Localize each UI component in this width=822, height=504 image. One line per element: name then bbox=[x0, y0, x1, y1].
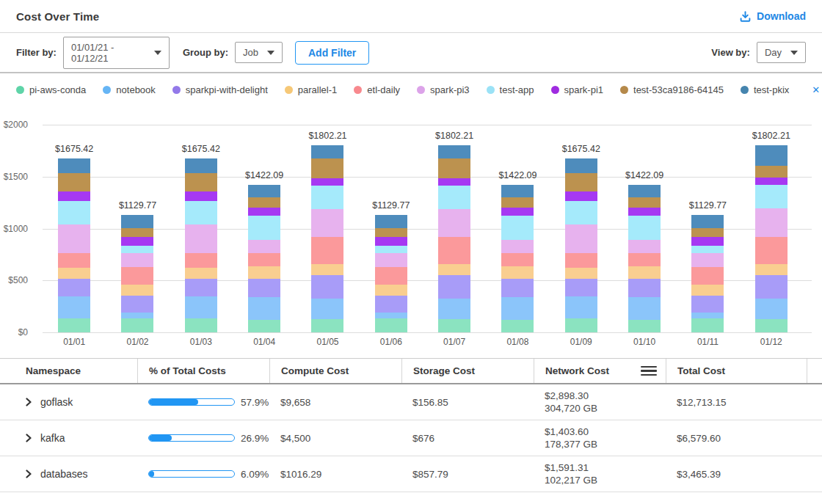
bar-segment-parallel-1[interactable] bbox=[248, 266, 280, 279]
bar-segment-spark-pi3[interactable] bbox=[438, 209, 470, 236]
legend-item[interactable]: parallel-1 bbox=[285, 84, 337, 95]
bar-segment-pi-aws-conda[interactable] bbox=[438, 319, 470, 332]
bar-segment-spark-pi3[interactable] bbox=[185, 224, 217, 253]
bar-segment-test-53ca9186-64145[interactable] bbox=[248, 197, 280, 208]
bar-segment-spark-pi3[interactable] bbox=[58, 224, 90, 253]
expand-row-chevron-icon[interactable] bbox=[24, 398, 33, 406]
bar-segment-pi-aws-conda[interactable] bbox=[691, 318, 724, 333]
bar-segment-sparkpi-with-delight[interactable] bbox=[121, 296, 153, 313]
bar-segment-etl-daily[interactable] bbox=[185, 253, 217, 267]
bar-segment-test-pkix[interactable] bbox=[121, 215, 153, 228]
bar-segment-sparkpi-with-delight[interactable] bbox=[565, 279, 597, 296]
bar-segment-parallel-1[interactable] bbox=[691, 285, 724, 296]
bar-segment-test-53ca9186-64145[interactable] bbox=[438, 158, 470, 178]
bar-segment-sparkpi-with-delight[interactable] bbox=[755, 275, 788, 299]
bar-segment-pi-aws-conda[interactable] bbox=[121, 318, 153, 333]
expand-row-chevron-icon[interactable] bbox=[24, 434, 33, 442]
bar-segment-notebook[interactable] bbox=[185, 296, 217, 318]
bar-segment-spark-pi1[interactable] bbox=[755, 178, 788, 185]
bar-segment-test-pkix[interactable] bbox=[311, 145, 343, 158]
bar-segment-etl-daily[interactable] bbox=[311, 237, 343, 264]
stacked-bar[interactable] bbox=[501, 185, 534, 332]
bar-segment-sparkpi-with-delight[interactable] bbox=[58, 279, 90, 296]
bar-segment-test-pkix[interactable] bbox=[375, 215, 407, 228]
deselect-all-button[interactable]: ✕ Deselect All bbox=[812, 84, 822, 95]
bar-segment-parallel-1[interactable] bbox=[375, 285, 407, 296]
bar-segment-test-53ca9186-64145[interactable] bbox=[691, 228, 724, 237]
bar-segment-parallel-1[interactable] bbox=[628, 266, 661, 279]
bar-segment-notebook[interactable] bbox=[375, 313, 407, 318]
bar-segment-spark-pi1[interactable] bbox=[185, 191, 217, 201]
bar-segment-test-app[interactable] bbox=[691, 246, 724, 253]
group-by-dropdown[interactable]: Job bbox=[235, 42, 283, 63]
bar-segment-parallel-1[interactable] bbox=[565, 268, 597, 280]
bar-segment-etl-daily[interactable] bbox=[565, 253, 597, 267]
bar-segment-test-pkix[interactable] bbox=[185, 158, 217, 173]
legend-item[interactable]: pi-aws-conda bbox=[16, 84, 86, 95]
bar-segment-test-pkix[interactable] bbox=[755, 145, 788, 166]
bar-segment-notebook[interactable] bbox=[628, 297, 661, 320]
legend-item[interactable]: test-53ca9186-64145 bbox=[620, 84, 724, 95]
bar-segment-parallel-1[interactable] bbox=[58, 268, 90, 280]
bar-segment-sparkpi-with-delight[interactable] bbox=[628, 279, 661, 297]
bar-segment-test-53ca9186-64145[interactable] bbox=[375, 228, 407, 237]
bar-segment-notebook[interactable] bbox=[311, 299, 343, 319]
bar-segment-notebook[interactable] bbox=[501, 297, 534, 320]
bar-segment-parallel-1[interactable] bbox=[755, 264, 788, 275]
bar-segment-sparkpi-with-delight[interactable] bbox=[248, 279, 280, 297]
bar-segment-test-pkix[interactable] bbox=[248, 185, 280, 197]
bar-segment-spark-pi1[interactable] bbox=[501, 208, 534, 216]
legend-item[interactable]: test-app bbox=[487, 84, 534, 95]
bar-segment-notebook[interactable] bbox=[691, 313, 724, 318]
stacked-bar[interactable] bbox=[565, 158, 597, 332]
bar-segment-test-pkix[interactable] bbox=[691, 215, 724, 228]
bar-segment-test-app[interactable] bbox=[565, 201, 597, 224]
bar-segment-parallel-1[interactable] bbox=[438, 264, 470, 275]
menu-icon[interactable] bbox=[641, 366, 657, 376]
bar-segment-spark-pi3[interactable] bbox=[628, 240, 661, 252]
legend-item[interactable]: sparkpi-with-delight bbox=[172, 84, 268, 95]
bar-segment-pi-aws-conda[interactable] bbox=[58, 318, 90, 332]
legend-item[interactable]: etl-daily bbox=[354, 84, 400, 95]
legend-item[interactable]: spark-pi3 bbox=[417, 84, 469, 95]
bar-segment-spark-pi3[interactable] bbox=[121, 253, 153, 267]
stacked-bar[interactable] bbox=[58, 158, 90, 332]
download-button[interactable]: Download bbox=[739, 10, 806, 23]
bar-segment-spark-pi3[interactable] bbox=[691, 253, 724, 267]
bar-segment-pi-aws-conda[interactable] bbox=[501, 320, 534, 332]
bar-segment-spark-pi3[interactable] bbox=[501, 240, 534, 252]
bar-segment-notebook[interactable] bbox=[565, 296, 597, 318]
bar-segment-test-app[interactable] bbox=[438, 186, 470, 209]
bar-segment-test-pkix[interactable] bbox=[58, 158, 90, 173]
bar-segment-etl-daily[interactable] bbox=[691, 267, 724, 285]
bar-segment-test-app[interactable] bbox=[375, 246, 407, 253]
bar-segment-etl-daily[interactable] bbox=[375, 267, 407, 285]
stacked-bar[interactable] bbox=[121, 215, 153, 332]
bar-segment-parallel-1[interactable] bbox=[121, 285, 153, 296]
bar-segment-test-53ca9186-64145[interactable] bbox=[185, 173, 217, 191]
bar-segment-parallel-1[interactable] bbox=[311, 264, 343, 275]
bar-segment-parallel-1[interactable] bbox=[185, 268, 217, 280]
bar-segment-test-pkix[interactable] bbox=[438, 145, 470, 158]
bar-segment-test-pkix[interactable] bbox=[565, 158, 597, 173]
view-by-dropdown[interactable]: Day bbox=[757, 42, 806, 63]
expand-row-chevron-icon[interactable] bbox=[24, 470, 33, 478]
bar-segment-sparkpi-with-delight[interactable] bbox=[501, 279, 534, 297]
bar-segment-notebook[interactable] bbox=[121, 313, 153, 318]
bar-segment-sparkpi-with-delight[interactable] bbox=[438, 275, 470, 299]
bar-segment-spark-pi1[interactable] bbox=[565, 191, 597, 201]
bar-segment-test-53ca9186-64145[interactable] bbox=[501, 197, 534, 208]
bar-segment-test-app[interactable] bbox=[121, 246, 153, 253]
bar-segment-test-app[interactable] bbox=[311, 186, 343, 209]
legend-item[interactable]: spark-pi1 bbox=[551, 84, 603, 95]
bar-segment-test-53ca9186-64145[interactable] bbox=[58, 173, 90, 191]
column-header-compute-cost[interactable]: Compute Cost bbox=[269, 359, 401, 383]
bar-segment-test-app[interactable] bbox=[185, 201, 217, 224]
bar-segment-pi-aws-conda[interactable] bbox=[628, 320, 661, 332]
bar-segment-spark-pi1[interactable] bbox=[121, 237, 153, 246]
bar-segment-spark-pi3[interactable] bbox=[565, 224, 597, 253]
bar-segment-test-app[interactable] bbox=[755, 185, 788, 209]
bar-segment-sparkpi-with-delight[interactable] bbox=[185, 279, 217, 296]
bar-segment-test-53ca9186-64145[interactable] bbox=[755, 166, 788, 178]
stacked-bar[interactable] bbox=[375, 215, 407, 332]
